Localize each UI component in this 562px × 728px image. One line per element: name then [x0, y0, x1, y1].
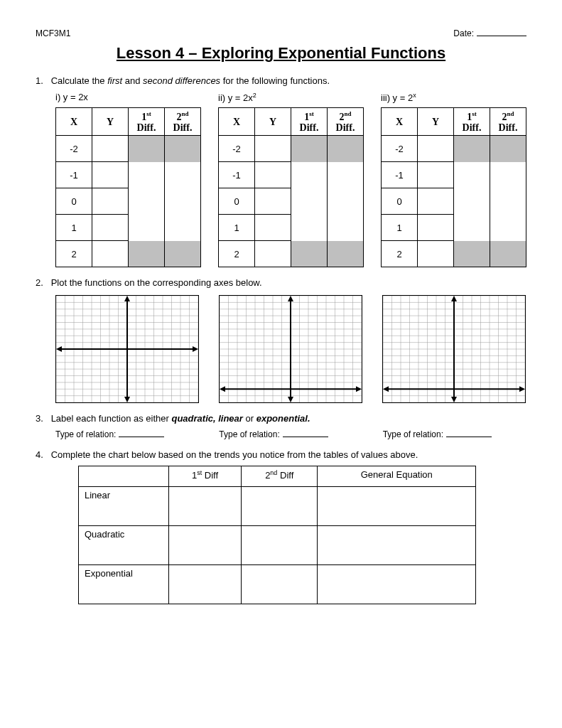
svg-marker-115 — [519, 387, 525, 392]
svg-marker-119 — [451, 397, 457, 402]
type-3: Type of relation: — [383, 429, 526, 439]
th-d1: 1stDiff. — [129, 108, 165, 136]
grids-row — [55, 295, 526, 403]
grid-3[interactable] — [382, 295, 526, 403]
th-d2: 2ndDiff. — [165, 108, 201, 136]
grid-2[interactable] — [219, 295, 362, 403]
diff-table-1: X Y 1stDiff. 2ndDiff. -2 -1 0 1 2 — [55, 107, 201, 267]
diff-table-3: X Y 1stDiff. 2ndDiff. -2 -1 0 1 2 — [381, 107, 526, 267]
function-labels-row: i) y = 2x ii) y = 2x2 iii) y = 2x — [55, 92, 526, 103]
svg-marker-116 — [383, 387, 389, 392]
page-header: MCF3M1 Date: — [36, 28, 526, 38]
question-4: 4. Complete the chart below based on the… — [36, 449, 526, 460]
page-title: Lesson 4 – Exploring Exponential Functio… — [36, 44, 526, 63]
date-field: Date: — [453, 28, 526, 38]
sum-th-ge: General Equation — [318, 466, 476, 487]
func-label-3: iii) y = 2x — [381, 92, 526, 103]
svg-marker-39 — [124, 397, 130, 402]
func-label-2: ii) y = 2x2 — [218, 92, 364, 103]
type-row: Type of relation: Type of relation: Type… — [55, 429, 526, 439]
type-2: Type of relation: — [219, 429, 362, 439]
question-3: 3. Label each function as either quadrat… — [36, 413, 526, 424]
summary-table: 1st Diff 2nd Diff General Equation Linea… — [78, 466, 476, 604]
svg-marker-75 — [356, 387, 362, 392]
question-2: 2. Plot the functions on the correspondi… — [36, 277, 526, 288]
svg-marker-78 — [288, 296, 293, 301]
sum-th-d1: 1st Diff — [169, 466, 242, 487]
svg-marker-35 — [193, 346, 198, 352]
grid-1[interactable] — [55, 295, 199, 403]
tables-row: X Y 1stDiff. 2ndDiff. -2 -1 0 1 2 X Y 1s… — [55, 107, 526, 267]
sum-th-d2: 2nd Diff — [241, 466, 318, 487]
svg-marker-76 — [220, 387, 225, 392]
svg-marker-79 — [288, 397, 293, 402]
th-x: X — [56, 108, 92, 136]
question-1: 1. Calculate the first and second differ… — [36, 75, 526, 86]
svg-marker-118 — [451, 296, 457, 301]
th-y: Y — [92, 108, 129, 136]
date-blank[interactable] — [477, 36, 526, 36]
course-code: MCF3M1 — [36, 28, 70, 38]
diff-table-2: X Y 1stDiff. 2ndDiff. -2 -1 0 1 2 — [218, 107, 364, 267]
svg-marker-38 — [124, 296, 130, 301]
type-1: Type of relation: — [55, 429, 199, 439]
func-label-1: i) y = 2x — [55, 92, 201, 103]
svg-marker-36 — [56, 346, 62, 352]
